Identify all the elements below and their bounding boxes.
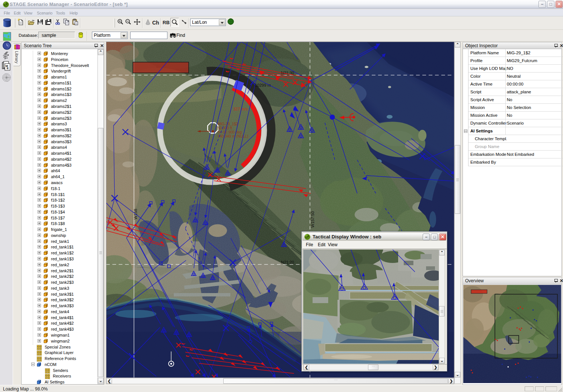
svg-text:W157:50: W157:50 <box>310 211 315 228</box>
svg-text:MiG-29_1$2: MiG-29_1$2 <box>218 122 238 126</box>
svg-text:N21:20: N21:20 <box>281 260 294 264</box>
svg-text:10299 m: 10299 m <box>255 83 271 87</box>
svg-text:50,000 ft: 50,000 ft <box>218 126 232 130</box>
svg-text:E: E <box>7 67 9 70</box>
